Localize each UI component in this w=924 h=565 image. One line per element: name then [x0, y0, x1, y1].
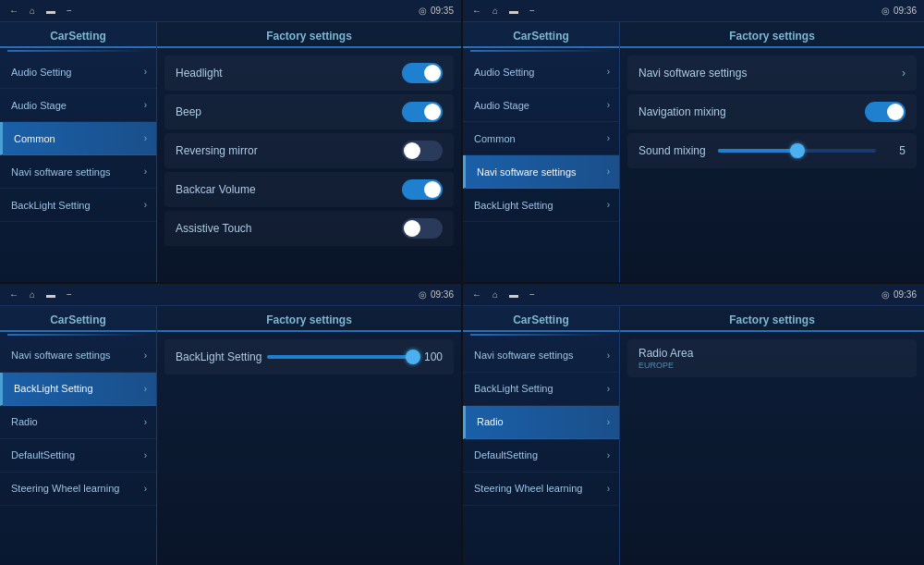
menu-icon[interactable]: ▬: [44, 5, 57, 18]
toggle-knob: [887, 104, 904, 120]
sidebar-title: CarSetting: [463, 306, 619, 332]
minus-icon[interactable]: −: [526, 5, 539, 18]
main-content: Factory settingsBackLight Setting100: [157, 306, 461, 566]
sidebar-chevron-icon: ›: [607, 200, 610, 210]
status-bar: ←⌂▬−◎09:36: [0, 284, 461, 306]
sidebar-item-audio-stage[interactable]: Audio Stage›: [463, 89, 619, 122]
setting-label: Reversing mirror: [176, 144, 258, 157]
toggle-switch[interactable]: [402, 102, 443, 122]
status-bar-right: ◎09:36: [881, 289, 917, 300]
main-content: Factory settingsRadio AreaEUROPE: [620, 306, 924, 566]
back-icon[interactable]: ←: [470, 5, 483, 18]
sidebar-item-backlight[interactable]: BackLight Setting›: [463, 189, 619, 222]
toggle-switch[interactable]: [402, 179, 443, 200]
slider-container[interactable]: 100: [267, 350, 443, 363]
back-icon[interactable]: ←: [470, 288, 483, 301]
home-icon[interactable]: ⌂: [489, 5, 502, 18]
minus-icon[interactable]: −: [526, 288, 539, 301]
panel-panel-4: ←⌂▬−◎09:36CarSettingNavi software settin…: [463, 284, 924, 566]
home-icon[interactable]: ⌂: [26, 288, 39, 301]
status-bar-right: ◎09:36: [419, 289, 454, 300]
home-icon[interactable]: ⌂: [489, 288, 502, 301]
minus-icon[interactable]: −: [63, 5, 76, 18]
setting-label: Radio Area: [638, 347, 693, 360]
sidebar-item-label: Navi software settings: [11, 350, 111, 361]
sidebar-item-navi-software[interactable]: Navi software settings›: [463, 155, 619, 189]
panel-content: CarSettingNavi software settings›BackLig…: [0, 306, 461, 566]
menu-icon[interactable]: ▬: [507, 5, 520, 18]
setting-row-beep: Beep: [164, 94, 454, 129]
sidebar-item-navi-software[interactable]: Navi software settings›: [0, 339, 156, 373]
menu-icon[interactable]: ▬: [507, 288, 520, 301]
sidebar-underline: [7, 50, 149, 52]
sidebar-item-label: Common: [14, 133, 55, 144]
back-icon[interactable]: ←: [7, 5, 20, 18]
sidebar-chevron-icon: ›: [144, 350, 147, 361]
setting-row-navi-software-settings[interactable]: Navi software settings›: [627, 55, 917, 91]
setting-row-reversing-mirror: Reversing mirror: [164, 133, 454, 168]
status-bar-right: ◎09:35: [419, 6, 454, 16]
sidebar-item-label: Steering Wheel learning: [474, 483, 582, 494]
sidebar-item-label: DefaultSetting: [11, 449, 75, 461]
slider-thumb[interactable]: [790, 143, 805, 158]
toggle-switch[interactable]: [402, 141, 443, 161]
sidebar-item-steering-wheel[interactable]: Steering Wheel learning›: [0, 473, 156, 506]
sidebar-item-backlight[interactable]: BackLight Setting›: [0, 373, 156, 406]
main-title: Factory settings: [620, 306, 924, 332]
menu-icon[interactable]: ▬: [44, 288, 57, 301]
status-time: 09:36: [431, 289, 454, 300]
sidebar-item-default-setting[interactable]: DefaultSetting›: [0, 439, 156, 473]
sidebar-item-label: Radio: [11, 416, 38, 427]
sidebar-item-label: Navi software settings: [474, 350, 574, 361]
main-content: Factory settingsHeadlightBeepReversing m…: [157, 22, 461, 282]
setting-label-block: Backcar Volume: [176, 183, 256, 196]
sidebar-item-audio-setting[interactable]: Audio Setting›: [463, 55, 619, 89]
sidebar-item-default-setting[interactable]: DefaultSetting›: [463, 439, 619, 473]
sidebar-item-backlight[interactable]: BackLight Setting›: [463, 373, 619, 406]
sidebar-item-navi-software[interactable]: Navi software settings›: [0, 155, 156, 189]
sidebar-item-steering-wheel[interactable]: Steering Wheel learning›: [463, 473, 619, 506]
slider-container[interactable]: 5: [718, 144, 906, 157]
sidebar-item-common[interactable]: Common›: [0, 122, 156, 155]
toggle-switch[interactable]: [402, 63, 443, 83]
sidebar-item-label: BackLight Setting: [474, 200, 553, 211]
minus-icon[interactable]: −: [63, 288, 76, 301]
setting-label: Headlight: [176, 67, 223, 80]
sidebar-item-audio-setting[interactable]: Audio Setting›: [0, 55, 156, 89]
setting-label-block: Radio AreaEUROPE: [638, 347, 693, 370]
home-icon[interactable]: ⌂: [26, 5, 39, 18]
toggle-knob: [404, 142, 420, 159]
panel-panel-3: ←⌂▬−◎09:36CarSettingNavi software settin…: [0, 284, 461, 566]
sidebar-underline: [470, 50, 612, 52]
toggle-switch[interactable]: [402, 218, 443, 239]
sidebar-underline: [7, 334, 149, 336]
sidebar: CarSettingNavi software settings›BackLig…: [0, 306, 157, 566]
main-title: Factory settings: [157, 306, 461, 332]
sidebar-item-radio[interactable]: Radio›: [463, 406, 619, 439]
settings-list: HeadlightBeepReversing mirrorBackcar Vol…: [157, 52, 461, 282]
setting-row-backcar-volume: Backcar Volume: [164, 172, 454, 207]
setting-label: Assistive Touch: [176, 222, 251, 235]
slider-thumb[interactable]: [406, 350, 420, 364]
setting-row-sound-mixing: Sound mixing5: [627, 133, 917, 168]
setting-label: Navigation mixing: [638, 105, 726, 118]
setting-label: Beep: [176, 105, 201, 118]
sidebar-item-radio[interactable]: Radio›: [0, 406, 156, 439]
sidebar-chevron-icon: ›: [607, 67, 610, 77]
sidebar-item-common[interactable]: Common›: [463, 122, 619, 155]
sidebar-item-label: DefaultSetting: [474, 449, 538, 461]
sidebar-item-navi-software[interactable]: Navi software settings›: [463, 339, 619, 373]
sidebar-chevron-icon: ›: [607, 166, 610, 177]
sidebar-chevron-icon: ›: [144, 200, 147, 210]
slider-value: 100: [420, 350, 443, 363]
sidebar-item-backlight[interactable]: BackLight Setting›: [0, 189, 156, 222]
status-time: 09:36: [894, 6, 917, 16]
setting-row-navigation-mixing: Navigation mixing: [627, 94, 917, 129]
sidebar-underline: [470, 334, 612, 336]
status-bar-left: ←⌂▬−: [7, 5, 76, 18]
sidebar-item-audio-stage[interactable]: Audio Stage›: [0, 89, 156, 122]
sidebar-chevron-icon: ›: [144, 484, 147, 494]
back-icon[interactable]: ←: [7, 288, 20, 301]
sidebar-item-label: Audio Setting: [11, 67, 71, 78]
toggle-switch[interactable]: [865, 102, 906, 122]
